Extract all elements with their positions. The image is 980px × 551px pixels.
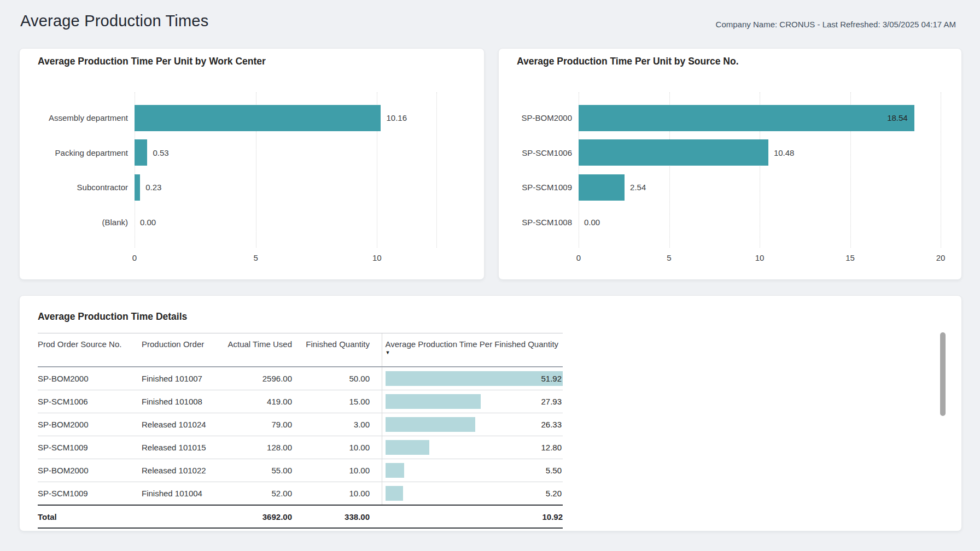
data-bar [386, 417, 476, 432]
table-cell[interactable]: Finished 101007 [142, 367, 224, 390]
source-no-bar-chart: 05101520SP-BOM200018.54SP-SCM100610.48SP… [499, 49, 961, 279]
sort-descending-icon: ▼ [386, 350, 563, 355]
work-center-chart-card: Average Production Time Per Unit by Work… [19, 48, 485, 280]
table-cell [370, 482, 382, 506]
table-row[interactable]: SP-BOM2000Released 10102479.003.0026.33 [38, 413, 563, 436]
table-cell [370, 436, 382, 459]
table-cell[interactable]: SP-BOM2000 [38, 367, 142, 390]
bar[interactable] [135, 139, 147, 166]
column-header[interactable]: Production Order [142, 333, 224, 367]
table-row[interactable]: SP-BOM2000Finished 1010072596.0050.0051.… [38, 367, 563, 390]
data-bar [386, 486, 404, 501]
table-cell-avg[interactable]: 27.93 [382, 390, 563, 413]
page-title: Average Production Times [20, 12, 208, 30]
table-cell [370, 459, 382, 482]
table-cell[interactable]: 2596.00 [224, 367, 292, 390]
table-cell[interactable]: SP-SCM1009 [38, 482, 142, 506]
source-no-chart-card: Average Production Time Per Unit by Sour… [498, 48, 962, 280]
gridline [941, 92, 941, 248]
table-row[interactable]: SP-SCM1009Released 101015128.0010.0012.8… [38, 436, 563, 459]
table-cell[interactable]: SP-SCM1009 [38, 436, 142, 459]
category-label: Subcontractor [38, 174, 128, 201]
table-cell[interactable]: 52.00 [224, 482, 292, 506]
x-axis-tick-label: 0 [122, 253, 147, 262]
table-cell[interactable]: SP-SCM1006 [38, 390, 142, 413]
bar[interactable] [579, 139, 768, 166]
cell-value: 27.93 [541, 390, 562, 413]
table-cell[interactable]: SP-BOM2000 [38, 413, 142, 436]
table-cell[interactable]: 3.00 [292, 413, 370, 436]
bar-value-label: 2.54 [630, 174, 646, 201]
cell-value: 5.50 [546, 459, 562, 482]
bar-value-label: 0.00 [584, 209, 600, 235]
total-cell: 10.92 [382, 505, 563, 528]
column-header[interactable]: Average Production Time Per Finished Qua… [382, 333, 563, 367]
table-cell[interactable]: Finished 101004 [142, 482, 224, 506]
data-bar [386, 440, 429, 455]
x-axis-tick-label: 10 [365, 253, 389, 262]
table-cell[interactable]: Released 101022 [142, 459, 224, 482]
table-header-row: Prod Order Source No.Production OrderAct… [38, 333, 563, 367]
category-label: Assembly department [38, 105, 128, 131]
column-gap [370, 333, 382, 367]
total-cell: Total [38, 505, 142, 528]
data-bar-cell: 5.50 [386, 459, 563, 482]
total-cell [370, 505, 382, 528]
bar-value-label: 10.48 [774, 139, 795, 166]
bar[interactable] [579, 174, 625, 201]
table-cell[interactable]: 10.00 [292, 436, 370, 459]
table-cell-avg[interactable]: 51.92 [382, 367, 563, 390]
bar-value-label: 10.16 [386, 105, 407, 131]
cell-value: 12.80 [541, 436, 562, 459]
table-cell[interactable]: 10.00 [292, 482, 370, 506]
bar[interactable] [135, 174, 140, 201]
x-axis-tick-label: 20 [929, 253, 953, 262]
table-cell[interactable]: SP-BOM2000 [38, 459, 142, 482]
table-cell[interactable]: 10.00 [292, 459, 370, 482]
total-cell [142, 505, 224, 528]
gridline [436, 92, 437, 248]
table-cell[interactable]: 15.00 [292, 390, 370, 413]
table-cell[interactable]: 128.00 [224, 436, 292, 459]
total-cell: 338.00 [292, 505, 370, 528]
category-label: SP-BOM2000 [517, 105, 572, 131]
cell-value: 51.92 [541, 367, 562, 390]
data-bar-cell: 5.20 [386, 482, 563, 505]
work-center-bar-chart: 0510Assembly department10.16Packing depa… [20, 49, 484, 279]
table-row[interactable]: SP-BOM2000Released 10102255.0010.005.50 [38, 459, 563, 482]
data-bar-cell: 51.92 [386, 367, 563, 390]
table-cell[interactable]: 419.00 [224, 390, 292, 413]
category-label: SP-SCM1008 [517, 209, 572, 235]
table-cell-avg[interactable]: 5.50 [382, 459, 563, 482]
details-table: Prod Order Source No.Production OrderAct… [38, 333, 563, 529]
table-cell [370, 413, 382, 436]
column-header[interactable]: Finished Quantity [292, 333, 370, 367]
bar[interactable] [579, 105, 914, 131]
cell-value: 5.20 [546, 482, 562, 505]
table-cell[interactable]: Released 101015 [142, 436, 224, 459]
category-label: Packing department [38, 139, 128, 166]
table-cell [370, 367, 382, 390]
column-header[interactable]: Prod Order Source No. [38, 333, 142, 367]
table-cell[interactable]: Released 101024 [142, 413, 224, 436]
vertical-scrollbar-thumb[interactable] [940, 332, 946, 416]
table-cell[interactable]: 55.00 [224, 459, 292, 482]
table-cell[interactable]: 79.00 [224, 413, 292, 436]
data-bar [386, 463, 404, 478]
table-row[interactable]: SP-SCM1006Finished 101008419.0015.0027.9… [38, 390, 563, 413]
data-bar-cell: 12.80 [386, 436, 563, 459]
table-cell-avg[interactable]: 26.33 [382, 413, 563, 436]
total-cell: 3692.00 [224, 505, 292, 528]
table-cell[interactable]: 50.00 [292, 367, 370, 390]
table-cell[interactable]: Finished 101008 [142, 390, 224, 413]
data-bar-cell: 26.33 [386, 413, 563, 436]
table-row[interactable]: SP-SCM1009Finished 10100452.0010.005.20 [38, 482, 563, 506]
x-axis-tick-label: 15 [838, 253, 862, 262]
bar-value-label: 0.00 [140, 209, 156, 235]
table-header-row: Prod Order Source No.Production OrderAct… [38, 333, 563, 367]
x-axis-tick-label: 5 [657, 253, 681, 262]
bar[interactable] [135, 105, 381, 131]
table-cell-avg[interactable]: 5.20 [382, 482, 563, 506]
table-cell-avg[interactable]: 12.80 [382, 436, 563, 459]
column-header[interactable]: Actual Time Used [224, 333, 292, 367]
